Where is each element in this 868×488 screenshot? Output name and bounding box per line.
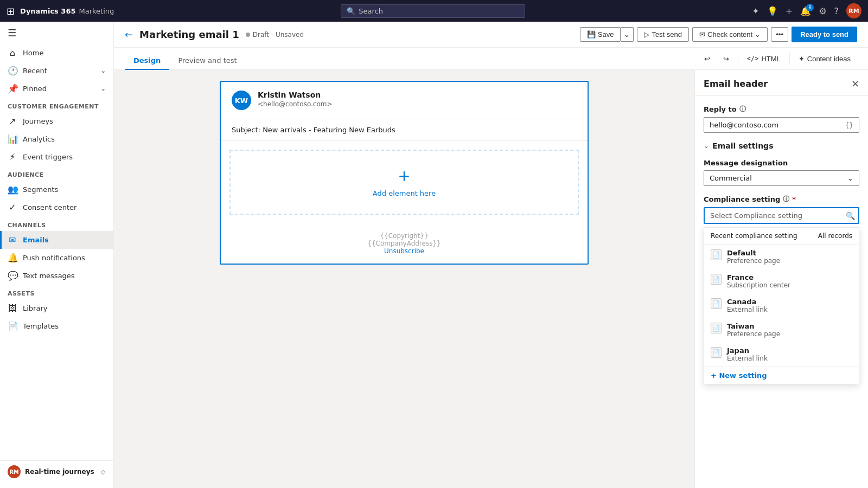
sidebar-item-text-messages[interactable]: 💬 Text messages: [0, 267, 113, 285]
panel-header: Email header ✕: [695, 70, 868, 96]
page-title: Marketing email 1: [139, 29, 239, 40]
subject-prefix: Subject:: [232, 126, 260, 134]
notification-count: 8: [806, 4, 814, 11]
undo-button[interactable]: ↩: [698, 48, 717, 69]
brand-module: Marketing: [79, 7, 114, 15]
save-button[interactable]: 💾 Save: [580, 27, 621, 42]
compliance-option-name: Taiwan: [727, 322, 780, 330]
required-star: *: [792, 195, 796, 203]
save-dropdown-button[interactable]: ⌄: [621, 27, 634, 42]
unsubscribe-link[interactable]: Unsubscribe: [229, 247, 579, 255]
compliance-option-japan[interactable]: 📄 Japan External link: [704, 342, 859, 367]
search-bar[interactable]: 🔍 Search: [341, 4, 525, 18]
sidebar-item-label: Emails: [23, 236, 49, 244]
content-ideas-button[interactable]: ✦ Content ideas: [792, 48, 857, 69]
email-icon: ✉: [8, 235, 17, 245]
sidebar-item-recent[interactable]: 🕐 Recent ⌄: [0, 62, 113, 80]
segments-icon: 👥: [8, 184, 17, 195]
close-button[interactable]: ✕: [851, 79, 859, 89]
compliance-dropdown: Recent compliance setting All records 📄 …: [704, 227, 859, 384]
compliance-setting-input[interactable]: Select Compliance setting: [704, 207, 859, 224]
save-icon: 💾: [587, 30, 596, 38]
email-canvas: KW Kristin Watson <hello@contoso.com> Su…: [114, 70, 694, 488]
more-actions-button[interactable]: •••: [771, 27, 788, 42]
redo-icon: ↪: [723, 55, 729, 63]
compliance-option-canada[interactable]: 📄 Canada External link: [704, 293, 859, 318]
sidebar-item-consent-center[interactable]: ✓ Consent center: [0, 198, 113, 216]
sidebar-item-push-notifications[interactable]: 🔔 Push notifications: [0, 249, 113, 267]
status-badge: Draft - Unsaved: [246, 31, 304, 38]
help-tip-icon[interactable]: 💡: [767, 6, 778, 16]
dropdown-chevron-icon: ⌄: [847, 174, 853, 182]
dropdown-recent-label: Recent compliance setting: [711, 232, 797, 240]
check-content-button[interactable]: ✉ Check content ⌄: [692, 27, 768, 42]
compliance-info-icon[interactable]: ⓘ: [783, 195, 789, 204]
tab-preview-and-test[interactable]: Preview and test: [169, 52, 245, 70]
sidebar-item-pinned[interactable]: 📌 Pinned ⌄: [0, 80, 113, 98]
redo-button[interactable]: ↪: [717, 48, 736, 69]
section-assets: Assets: [0, 285, 113, 299]
templates-icon: 📄: [8, 321, 17, 331]
section-audience: Audience: [0, 166, 113, 181]
message-designation-select[interactable]: Commercial ⌄: [704, 170, 859, 186]
compliance-option-sub: Subscription center: [727, 281, 790, 289]
compliance-option-icon: 📄: [711, 323, 722, 333]
search-icon: 🔍: [347, 7, 355, 15]
divider: [738, 52, 738, 65]
email-preview-card: KW Kristin Watson <hello@contoso.com> Su…: [220, 81, 589, 265]
sidebar-footer[interactable]: RM Real-time journeys ◇: [0, 460, 113, 483]
compliance-option-france[interactable]: 📄 France Subscription center: [704, 269, 859, 293]
compliance-option-taiwan[interactable]: 📄 Taiwan Preference page: [704, 318, 859, 342]
sidebar-toggle-button[interactable]: ☰: [0, 22, 113, 44]
sidebar-item-label: Text messages: [23, 272, 75, 280]
sidebar-item-library[interactable]: 🖼 Library: [0, 299, 113, 317]
sidebar-item-event-triggers[interactable]: ⚡ Event triggers: [0, 148, 113, 166]
consent-icon: ✓: [8, 202, 17, 213]
compliance-option-name: France: [727, 273, 790, 281]
sidebar-item-templates[interactable]: 📄 Templates: [0, 317, 113, 335]
settings-icon[interactable]: ⚙: [819, 6, 826, 16]
compliance-option-name: Default: [727, 249, 780, 257]
reply-to-field: Reply to ⓘ hello@contoso.com {}: [704, 105, 859, 133]
message-designation-label: Message designation: [704, 159, 859, 167]
chevron-down-icon: ⌄: [101, 85, 106, 92]
sidebar-item-analytics[interactable]: 📊 Analytics: [0, 130, 113, 148]
search-placeholder: Search: [359, 7, 383, 15]
sidebar-item-segments[interactable]: 👥 Segments: [0, 181, 113, 198]
hamburger-icon: ☰: [8, 27, 16, 38]
workspace-avatar: RM: [8, 465, 21, 478]
add-icon[interactable]: +: [786, 6, 793, 16]
code-icon: </>: [747, 55, 759, 62]
compliance-option-sub: Preference page: [727, 330, 780, 338]
compliance-option-default[interactable]: 📄 Default Preference page: [704, 245, 859, 269]
new-setting-button[interactable]: + New setting: [704, 367, 859, 384]
back-button[interactable]: ←: [125, 29, 133, 40]
reply-to-input[interactable]: hello@contoso.com {}: [704, 117, 859, 133]
compliance-option-text: Canada External link: [727, 298, 768, 313]
sidebar-item-label: Analytics: [23, 135, 55, 143]
html-button[interactable]: </> HTML: [741, 48, 787, 69]
sidebar-item-label: Consent center: [23, 203, 76, 211]
compliance-setting-label: Compliance setting ⓘ *: [704, 195, 859, 204]
workspace-chevron-icon: ◇: [101, 468, 105, 476]
section-chevron-icon: ⌄: [704, 142, 709, 150]
reply-to-info-icon[interactable]: ⓘ: [739, 105, 746, 114]
test-send-button[interactable]: ▷ Test send: [637, 27, 689, 42]
apps-grid-icon[interactable]: ⊞: [7, 5, 15, 17]
tab-design[interactable]: Design: [125, 52, 169, 70]
sidebar-item-home[interactable]: ⌂ Home: [0, 44, 113, 62]
compliance-option-sub: External link: [727, 355, 768, 362]
email-settings-section-header[interactable]: ⌄ Email settings: [704, 142, 859, 150]
compliance-search-icon: 🔍: [846, 211, 855, 220]
sidebar-item-journeys[interactable]: ↗ Journeys: [0, 112, 113, 130]
top-navigation: ⊞ Dynamics 365 Marketing 🔍 Search ✦ 💡 + …: [0, 0, 868, 22]
notifications-icon[interactable]: 🔔 8: [800, 6, 811, 16]
email-dropzone[interactable]: + Add element here: [229, 150, 579, 215]
sidebar-item-emails[interactable]: ✉ Emails: [0, 231, 113, 249]
user-avatar[interactable]: RM: [846, 3, 861, 18]
help-icon[interactable]: ?: [834, 6, 839, 16]
all-records-link[interactable]: All records: [818, 232, 852, 240]
ready-to-send-button[interactable]: Ready to send: [792, 27, 857, 42]
copilot-icon[interactable]: ✦: [752, 6, 759, 16]
analytics-icon: 📊: [8, 134, 17, 144]
